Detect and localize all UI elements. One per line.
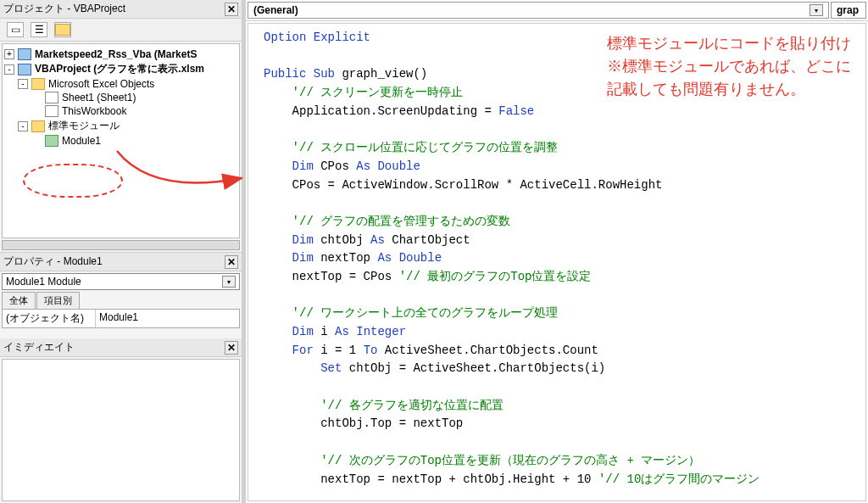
code-comment: '// 10はグラフ間のマージン (598, 472, 760, 486)
code-comment: '// ワークシート上の全てのグラフをループ処理 (264, 306, 558, 320)
folder-icon[interactable] (54, 22, 71, 37)
prop-name-value[interactable]: Module1 (96, 310, 239, 327)
code-text: graph_view() (335, 67, 427, 81)
code-text: False (498, 104, 534, 118)
prop-name-label: (オブジェクト名) (3, 310, 96, 327)
code-text: Public Sub (264, 67, 335, 81)
properties-grid[interactable]: (オブジェクト名) Module1 (2, 309, 240, 328)
properties-object-combo[interactable]: Module1 Module ▾ (2, 273, 240, 290)
code-text: i = 1 (314, 344, 364, 357)
collapse-icon[interactable]: - (18, 79, 28, 89)
combo-value: Module1 Module (6, 276, 81, 288)
code-text: As Integer (335, 325, 406, 338)
tab-all[interactable]: 全体 (2, 292, 36, 309)
object-combo[interactable]: (General) ▾ (248, 2, 829, 19)
tree-node-modules-folder[interactable]: - 標準モジュール (4, 118, 237, 134)
tree-label: Module1 (62, 135, 101, 147)
combo-value: (General) (253, 4, 298, 16)
folder-icon (31, 120, 45, 132)
code-text: As Double (377, 251, 442, 265)
code-combo-row: (General) ▾ grap (246, 0, 868, 21)
code-text: Option Explicit (264, 31, 370, 44)
project-tree[interactable]: + Marketspeed2_Rss_Vba (MarketS - VBAPro… (2, 43, 240, 238)
module-icon (45, 135, 58, 147)
workbook-icon (45, 105, 58, 117)
code-comment: '// 最初のグラフのTop位置を設定 (399, 270, 592, 283)
code-editor[interactable]: Option Explicit Public Sub graph_view() … (248, 23, 866, 501)
code-comment: '// 次のグラフのTop位置を更新（現在のグラフの高さ + マージン） (264, 454, 700, 467)
tree-label: Microsoft Excel Objects (48, 78, 154, 90)
code-text: Dim (264, 325, 314, 338)
code-text: Set (264, 361, 342, 375)
view-tree-icon[interactable]: ☰ (31, 22, 47, 37)
tree-label: Sheet1 (Sheet1) (62, 92, 136, 103)
tree-label: VBAProject (グラフを常に表示.xlsm (35, 63, 204, 75)
properties-header: プロパティ - Module1 ✕ (0, 252, 242, 271)
close-icon[interactable]: ✕ (225, 341, 238, 355)
tree-node-marketspeed[interactable]: + Marketspeed2_Rss_Vba (MarketS (4, 48, 237, 61)
tree-node-module1[interactable]: Module1 (4, 134, 237, 148)
code-comment: '// 各グラフを適切な位置に配置 (264, 399, 504, 412)
code-text: chtObj = ActiveSheet.ChartObjects(i) (342, 361, 605, 375)
code-text: As Double (356, 159, 420, 173)
immediate-title: イミディエイト (3, 340, 75, 355)
properties-title: プロパティ - Module1 (3, 254, 103, 269)
code-text: Dim (264, 233, 314, 247)
expand-icon[interactable]: + (4, 49, 14, 59)
code-text: nextTop = CPos (264, 270, 399, 283)
code-text: Dim (264, 251, 314, 265)
project-toolbar: ▭ ☰ (0, 19, 242, 42)
code-text: ChartObject (385, 233, 470, 247)
collapse-icon[interactable]: - (4, 64, 14, 75)
chevron-down-icon[interactable]: ▾ (222, 276, 236, 288)
collapse-icon[interactable]: - (18, 121, 28, 131)
code-text: chtObj.Top = nextTop (264, 416, 463, 430)
code-comment: '// スクロール位置に応じてグラフの位置を調整 (264, 141, 558, 154)
chevron-down-icon[interactable]: ▾ (810, 4, 823, 16)
tree-scrollbar[interactable] (2, 240, 240, 250)
code-comment: '// スクリーン更新を一時停止 (264, 86, 463, 99)
combo-value: grap (837, 4, 859, 16)
tab-categorized[interactable]: 項目別 (36, 292, 80, 309)
code-text: To (364, 344, 378, 357)
tree-node-sheet1[interactable]: Sheet1 (Sheet1) (4, 91, 237, 104)
project-title: プロジェクト - VBAProject (3, 2, 125, 16)
code-text: chtObj (314, 233, 370, 247)
close-icon[interactable]: ✕ (225, 3, 238, 16)
highlight-circle (23, 164, 123, 198)
code-text: ActiveSheet.ChartObjects.Count (377, 344, 598, 357)
code-text: Application.ScreenUpdating = (264, 104, 498, 118)
code-text: nextTop (314, 251, 378, 265)
properties-tabs: 全体 項目別 (0, 292, 242, 309)
tree-node-thisworkbook[interactable]: ThisWorkbook (4, 104, 237, 118)
tree-node-excelobjects[interactable]: - Microsoft Excel Objects (4, 77, 237, 91)
procedure-combo[interactable]: grap (831, 2, 866, 19)
code-text: i (314, 325, 335, 338)
immediate-header: イミディエイト ✕ (0, 338, 242, 357)
sheet-icon (45, 92, 58, 103)
project-header: プロジェクト - VBAProject ✕ (0, 0, 242, 19)
tree-label: Marketspeed2_Rss_Vba (MarketS (35, 48, 197, 60)
project-icon (18, 64, 31, 75)
tree-node-vbaproject[interactable]: - VBAProject (グラフを常に表示.xlsm (4, 61, 237, 77)
code-text: For (264, 344, 314, 357)
project-icon (18, 48, 31, 60)
view-list-icon[interactable]: ▭ (7, 22, 24, 37)
code-text: nextTop = nextTop + chtObj.Height + 10 (264, 472, 598, 486)
close-icon[interactable]: ✕ (225, 255, 238, 269)
code-comment: '// グラフの配置を管理するための変数 (264, 215, 510, 228)
tree-label: 標準モジュール (48, 119, 120, 133)
tree-label: ThisWorkbook (62, 105, 126, 117)
folder-icon (31, 78, 45, 90)
code-text: CPos = ActiveWindow.ScrollRow * ActiveCe… (264, 178, 662, 192)
immediate-window[interactable] (2, 359, 240, 501)
code-text: Dim (264, 159, 314, 173)
code-text: As (370, 233, 385, 247)
code-text: CPos (314, 159, 356, 173)
